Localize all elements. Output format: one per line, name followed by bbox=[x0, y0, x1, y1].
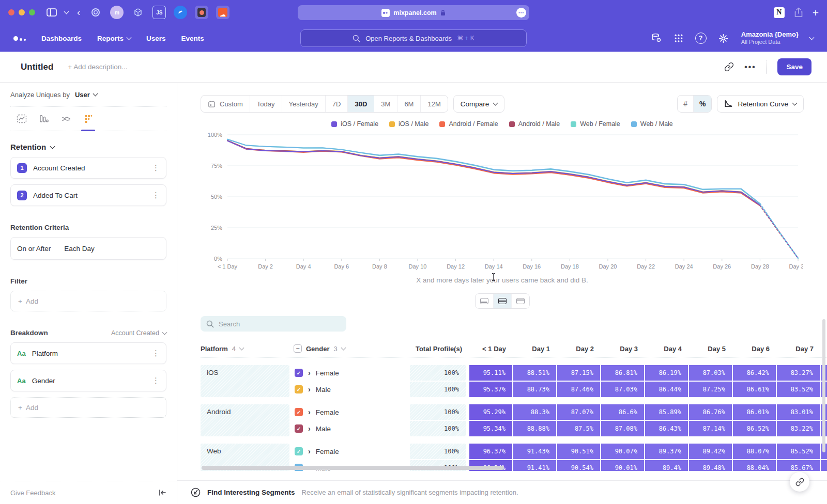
view-chart-only[interactable] bbox=[476, 294, 493, 308]
kebab-menu-icon[interactable]: ⋮ bbox=[152, 349, 160, 358]
retention-section-label[interactable]: Retention bbox=[10, 143, 166, 151]
range-7d[interactable]: 7D bbox=[325, 96, 348, 112]
retention-value-cell[interactable]: 95.34% bbox=[469, 421, 513, 436]
retention-value-cell[interactable]: 89.48% bbox=[689, 460, 733, 471]
global-search[interactable]: Open Reports & Dashboards ⌘ + K bbox=[300, 29, 527, 47]
range-3m[interactable]: 3M bbox=[374, 96, 397, 112]
retention-value-cell[interactable]: 89.4% bbox=[645, 460, 689, 471]
legend-item[interactable]: Android / Male bbox=[509, 120, 560, 128]
retention-value-cell[interactable]: 86.44% bbox=[645, 382, 689, 397]
minimize-window-button[interactable] bbox=[19, 9, 25, 15]
retention-value-cell[interactable]: 87.25% bbox=[689, 382, 733, 397]
legend-item[interactable]: iOS / Female bbox=[331, 120, 378, 128]
mode-count[interactable]: # bbox=[678, 96, 693, 112]
expand-row-icon[interactable]: › bbox=[308, 408, 311, 416]
mode-percent[interactable]: % bbox=[693, 96, 711, 112]
retention-value-cell[interactable]: 95.11% bbox=[469, 365, 513, 381]
criteria-interval[interactable]: Each Day bbox=[64, 245, 95, 253]
nav-dashboards[interactable]: Dashboards bbox=[41, 35, 82, 42]
retention-value-cell[interactable]: 87.03% bbox=[601, 382, 645, 397]
nav-users[interactable]: Users bbox=[146, 35, 166, 42]
retention-value-cell[interactable]: 89.37% bbox=[645, 444, 689, 459]
retention-value-cell[interactable]: 89.42% bbox=[689, 444, 733, 459]
circle-extension-icon[interactable] bbox=[89, 6, 102, 19]
apps-grid-icon[interactable] bbox=[673, 33, 684, 43]
retention-value-cell[interactable]: 88.04% bbox=[733, 460, 777, 471]
retention-value-cell[interactable]: 83.52% bbox=[777, 382, 821, 397]
retention-value-cell[interactable]: 88.07% bbox=[733, 444, 777, 459]
range-today[interactable]: Today bbox=[250, 96, 282, 112]
retention-criteria-card[interactable]: On or After Each Day bbox=[10, 237, 166, 260]
share-link-fab[interactable] bbox=[790, 472, 809, 492]
column-header[interactable]: Day 3 bbox=[601, 345, 645, 353]
series-checkbox[interactable]: ✓ bbox=[295, 385, 303, 393]
address-bar[interactable]: mixpanel.com ⋯ bbox=[298, 5, 529, 20]
indeterminate-checkbox[interactable]: − bbox=[294, 344, 302, 353]
retention-value-cell[interactable]: 86.43% bbox=[645, 421, 689, 436]
copy-link-icon[interactable] bbox=[724, 62, 734, 72]
breakdown-platform[interactable]: Aa Platform ⋮ bbox=[10, 342, 166, 364]
retention-value-cell[interactable]: 86.81% bbox=[601, 365, 645, 381]
breakdown-add-button[interactable]: + Add bbox=[10, 397, 166, 418]
chart-type-button[interactable]: Retention Curve bbox=[717, 95, 804, 113]
retention-value-cell[interactable]: 96.37% bbox=[469, 444, 513, 459]
retention-value-cell[interactable]: 90.51% bbox=[557, 444, 601, 459]
view-table-only[interactable] bbox=[511, 294, 529, 308]
expand-row-icon[interactable]: › bbox=[308, 385, 311, 393]
cloud-extension-icon[interactable] bbox=[216, 6, 229, 19]
kebab-menu-icon[interactable]: ⋮ bbox=[152, 191, 160, 200]
retention-value-cell[interactable]: 83.01% bbox=[777, 404, 821, 420]
vertical-scrollbar[interactable] bbox=[822, 319, 825, 452]
close-window-button[interactable] bbox=[8, 9, 14, 15]
retention-value-cell[interactable]: 86.42% bbox=[733, 365, 777, 381]
series-checkbox[interactable]: ✓ bbox=[295, 424, 303, 433]
expand-row-icon[interactable]: › bbox=[308, 369, 311, 377]
zoom-window-button[interactable] bbox=[29, 9, 35, 15]
retention-value-cell[interactable]: 91.41% bbox=[513, 460, 557, 471]
tab-insights[interactable] bbox=[10, 107, 33, 131]
retention-value-cell[interactable]: 88.3% bbox=[513, 404, 557, 420]
cube-extension-icon[interactable] bbox=[131, 6, 145, 19]
notion-icon[interactable]: N bbox=[774, 7, 785, 18]
column-header[interactable]: Total Profile(s) bbox=[410, 345, 469, 353]
retention-value-cell[interactable]: 86.52% bbox=[733, 421, 777, 436]
segments-title[interactable]: Find Interesting Segments bbox=[207, 489, 295, 496]
retention-value-cell[interactable]: 90.01% bbox=[601, 460, 645, 471]
column-header[interactable]: Day 4 bbox=[645, 345, 689, 353]
share-icon[interactable] bbox=[794, 7, 803, 18]
range-30d[interactable]: 30D bbox=[347, 96, 374, 112]
kebab-menu-icon[interactable]: ⋮ bbox=[152, 376, 160, 385]
tab-flows[interactable] bbox=[55, 107, 77, 131]
filter-add-button[interactable]: + Add bbox=[10, 291, 166, 311]
retention-value-cell[interactable]: 87.14% bbox=[689, 421, 733, 436]
series-checkbox[interactable]: ✓ bbox=[295, 408, 303, 416]
retention-value-cell[interactable]: 91.43% bbox=[513, 444, 557, 459]
kebab-menu-icon[interactable]: ⋮ bbox=[152, 163, 160, 172]
save-button[interactable]: Save bbox=[777, 58, 811, 75]
retention-value-cell[interactable]: 90.54% bbox=[557, 460, 601, 471]
retention-value-cell[interactable]: 86.61% bbox=[733, 382, 777, 397]
retention-value-cell[interactable]: 95.37% bbox=[469, 382, 513, 397]
retention-value-cell[interactable]: 85.52% bbox=[777, 444, 821, 459]
column-header[interactable]: Day 2 bbox=[557, 345, 601, 353]
expand-row-icon[interactable]: › bbox=[308, 424, 311, 433]
column-header[interactable]: Day 1 bbox=[513, 345, 557, 353]
add-description[interactable]: + Add description... bbox=[68, 63, 127, 71]
retention-value-cell[interactable]: 87.03% bbox=[689, 365, 733, 381]
legend-item[interactable]: Web / Male bbox=[631, 120, 673, 128]
report-title[interactable]: Untitled bbox=[21, 62, 53, 72]
expand-row-icon[interactable]: › bbox=[308, 447, 311, 455]
range-custom[interactable]: Custom bbox=[201, 96, 250, 112]
horizontal-scrollbar[interactable] bbox=[202, 466, 504, 470]
retention-value-cell[interactable]: 86.6% bbox=[601, 404, 645, 420]
range-12m[interactable]: 12M bbox=[420, 96, 447, 112]
legend-item[interactable]: iOS / Male bbox=[389, 120, 428, 128]
retention-step-1[interactable]: 1 Account Created ⋮ bbox=[10, 157, 166, 179]
nav-reports[interactable]: Reports bbox=[97, 35, 131, 42]
collapse-sidebar-icon[interactable] bbox=[158, 489, 166, 496]
series-checkbox[interactable]: ✓ bbox=[295, 447, 303, 455]
table-search-input[interactable]: Search bbox=[201, 316, 346, 332]
sidebar-toggle-icon[interactable] bbox=[47, 8, 57, 17]
retention-value-cell[interactable]: 86.76% bbox=[689, 404, 733, 420]
column-header[interactable]: Day 5 bbox=[689, 345, 733, 353]
